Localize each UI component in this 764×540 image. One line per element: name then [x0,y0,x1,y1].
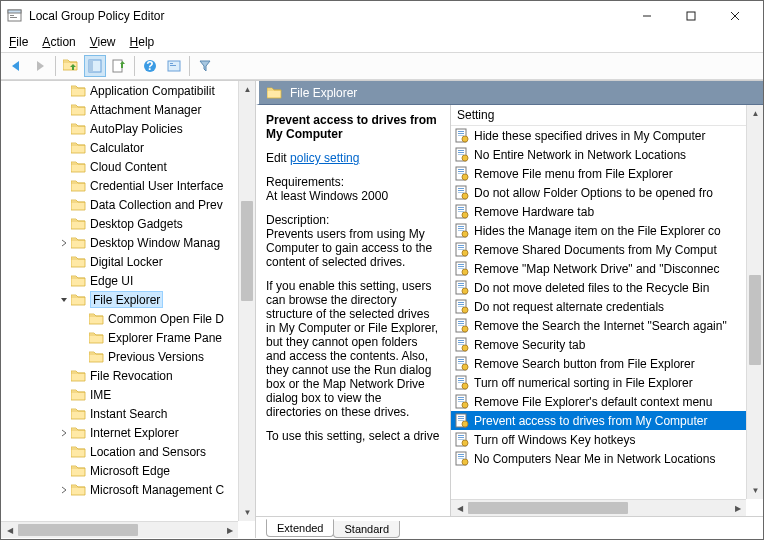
tree-item[interactable]: AutoPlay Policies [1,119,238,138]
scroll-thumb[interactable] [241,201,253,301]
tree-item-label: File Revocation [90,369,173,383]
setting-row[interactable]: Hides the Manage item on the File Explor… [451,221,763,240]
tree-item[interactable]: File Revocation [1,366,238,385]
setting-row[interactable]: Remove "Map Network Drive" and "Disconne… [451,259,763,278]
tree-item[interactable]: Application Compatibilit [1,81,238,100]
policy-icon [455,413,470,428]
tree-item[interactable]: Desktop Window Manag [1,233,238,252]
folder-icon [71,179,86,192]
properties-button[interactable] [163,55,185,77]
tree-item[interactable]: Previous Versions [1,347,238,366]
scroll-up-icon[interactable]: ▲ [747,105,763,122]
menu-action[interactable]: Action [42,35,75,49]
back-button[interactable] [5,55,27,77]
tree-view[interactable]: Application CompatibilitAttachment Manag… [1,81,238,521]
setting-label: Turn off Windows Key hotkeys [474,433,635,447]
scroll-left-icon[interactable]: ◀ [1,522,18,538]
settings-vertical-scrollbar[interactable]: ▲ ▼ [746,105,763,499]
tree-vertical-scrollbar[interactable]: ▲ ▼ [238,81,255,521]
setting-row[interactable]: Remove Security tab [451,335,763,354]
tree-item[interactable]: IME [1,385,238,404]
setting-row[interactable]: No Entire Network in Network Locations [451,145,763,164]
tree-item[interactable]: Credential User Interface [1,176,238,195]
folder-icon [71,445,86,458]
scroll-up-icon[interactable]: ▲ [239,81,256,98]
tree-item[interactable]: File Explorer [1,290,238,309]
setting-row[interactable]: Turn off numerical sorting in File Explo… [451,373,763,392]
scroll-thumb[interactable] [749,275,761,365]
menu-help[interactable]: Help [130,35,155,49]
edit-policy-link[interactable]: policy setting [290,151,359,165]
tree-item[interactable]: Explorer Frame Pane [1,328,238,347]
tree-item[interactable]: Edge UI [1,271,238,290]
up-folder-button[interactable] [60,55,82,77]
tree-item[interactable]: Instant Search [1,404,238,423]
setting-row[interactable]: Remove Search button from File Explorer [451,354,763,373]
folder-icon [71,141,86,154]
scroll-right-icon[interactable]: ▶ [221,522,238,538]
setting-row[interactable]: Do not request alternate credentials [451,297,763,316]
forward-button[interactable] [29,55,51,77]
setting-row[interactable]: Hide these specified drives in My Comput… [451,126,763,145]
settings-column-header[interactable]: Setting [451,105,763,126]
folder-icon [71,483,86,496]
settings-horizontal-scrollbar[interactable]: ◀ ▶ [451,499,746,516]
chevron-down-icon[interactable] [57,296,71,304]
setting-row[interactable]: Turn off Windows Key hotkeys [451,430,763,449]
close-button[interactable] [713,2,757,30]
tree-item-label: AutoPlay Policies [90,122,183,136]
tree-item[interactable]: Location and Sensors [1,442,238,461]
tree-item-label: Internet Explorer [90,426,179,440]
chevron-right-icon[interactable] [57,486,71,494]
export-list-button[interactable] [108,55,130,77]
tree-horizontal-scrollbar[interactable]: ◀ ▶ [1,521,238,538]
minimize-button[interactable] [625,2,669,30]
settings-list[interactable]: Hide these specified drives in My Comput… [451,126,763,468]
folder-icon [71,407,86,420]
setting-row[interactable]: Remove Hardware tab [451,202,763,221]
menu-view[interactable]: View [90,35,116,49]
setting-label: Prevent access to drives from My Compute… [474,414,707,428]
tree-item[interactable]: Microsoft Management C [1,480,238,499]
tree-item[interactable]: Data Collection and Prev [1,195,238,214]
menu-file[interactable]: File [9,35,28,49]
scroll-down-icon[interactable]: ▼ [747,482,763,499]
tree-item[interactable]: Microsoft Edge [1,461,238,480]
tree-item[interactable]: Digital Locker [1,252,238,271]
tab-standard[interactable]: Standard [333,521,400,538]
help-button[interactable]: ? [139,55,161,77]
setting-row[interactable]: Remove File menu from File Explorer [451,164,763,183]
tree-item[interactable]: Calculator [1,138,238,157]
folder-icon [71,464,86,477]
chevron-right-icon[interactable] [57,239,71,247]
maximize-button[interactable] [669,2,713,30]
folder-icon [89,331,104,344]
description-p3: To use this setting, select a drive [266,429,440,443]
window-title: Local Group Policy Editor [29,9,625,23]
tree-item[interactable]: Common Open File D [1,309,238,328]
setting-row[interactable]: Do not allow Folder Options to be opened… [451,183,763,202]
setting-row[interactable]: No Computers Near Me in Network Location… [451,449,763,468]
scroll-thumb[interactable] [18,524,138,536]
tree-item[interactable]: Attachment Manager [1,100,238,119]
tree-item[interactable]: Cloud Content [1,157,238,176]
tree-item[interactable]: Internet Explorer [1,423,238,442]
scroll-right-icon[interactable]: ▶ [729,500,746,516]
setting-row[interactable]: Do not move deleted files to the Recycle… [451,278,763,297]
tree-item-label: Common Open File D [108,312,224,326]
show-tree-button[interactable] [84,55,106,77]
setting-row[interactable]: Prevent access to drives from My Compute… [451,411,763,430]
scroll-down-icon[interactable]: ▼ [239,504,256,521]
folder-icon [71,293,86,306]
chevron-right-icon[interactable] [57,429,71,437]
setting-row[interactable]: Remove File Explorer's default context m… [451,392,763,411]
scroll-thumb[interactable] [468,502,628,514]
tab-extended[interactable]: Extended [266,519,334,537]
setting-row[interactable]: Remove the Search the Internet "Search a… [451,316,763,335]
filter-button[interactable] [194,55,216,77]
scroll-left-icon[interactable]: ◀ [451,500,468,516]
setting-row[interactable]: Remove Shared Documents from My Comput [451,240,763,259]
toolbar-separator [134,56,135,76]
tree-item-label: Desktop Window Manag [90,236,220,250]
tree-item[interactable]: Desktop Gadgets [1,214,238,233]
